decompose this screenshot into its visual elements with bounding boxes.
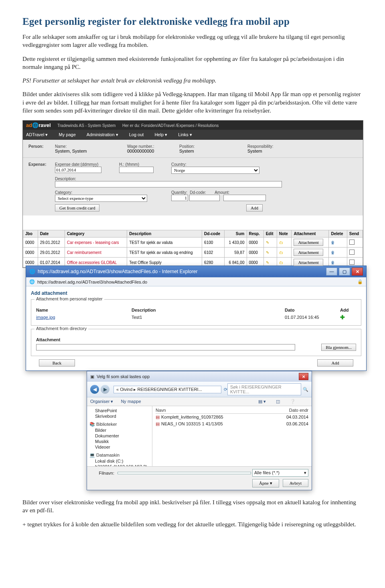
- sidebar-item[interactable]: b319015 (\\192.168.107.2) (H:): [89, 464, 150, 466]
- sidebar-category[interactable]: 📚 Biblioteker: [89, 421, 150, 427]
- nav-admin[interactable]: Administration ▾: [87, 132, 118, 137]
- qty-input[interactable]: [171, 195, 188, 201]
- nav-forward-icon[interactable]: ▶: [101, 385, 109, 394]
- attachment-button[interactable]: Attachment: [294, 259, 323, 266]
- name-value: System, System: [55, 149, 87, 153]
- close-button[interactable]: ✕: [352, 268, 363, 276]
- col-name[interactable]: Navn: [156, 408, 289, 413]
- pdf-icon: ▤: [156, 421, 160, 426]
- wage-label: Wage number.:: [127, 144, 154, 149]
- brand-logo: ad🌐ravel: [26, 122, 51, 128]
- nav-mypage[interactable]: My page: [59, 132, 76, 137]
- newfolder-button[interactable]: Ny mappe: [121, 399, 141, 404]
- pencil-icon[interactable]: ✎: [266, 250, 269, 255]
- pencil-icon[interactable]: ✎: [266, 260, 269, 265]
- desc-input[interactable]: [55, 181, 282, 187]
- filetype-select[interactable]: Alle files (*.*) ▾: [252, 469, 308, 477]
- plus-icon[interactable]: ✚: [340, 314, 345, 320]
- cat-link[interactable]: Car reimbursement: [65, 248, 127, 258]
- fp-sidebar: SharePoint Skrivebord 📚 Biblioteker Bild…: [87, 406, 152, 466]
- trash-icon[interactable]: 🗑: [331, 260, 335, 265]
- attachment-button[interactable]: Attachment: [294, 239, 323, 246]
- amount-input[interactable]: [223, 195, 266, 201]
- sidebar-item[interactable]: Lokal disk (C:): [89, 458, 150, 464]
- refresh-icon[interactable]: ⟳: [224, 387, 227, 392]
- pencil-icon[interactable]: ✎: [266, 240, 269, 245]
- file-row[interactable]: ▤NEAS_I ON 103315 1 41/13/05 03.06.2014: [156, 421, 308, 427]
- maximize-button[interactable]: ▢: [339, 268, 350, 276]
- minimize-button[interactable]: —: [326, 268, 337, 276]
- category-select[interactable]: Select expence-type: [55, 195, 147, 202]
- attachment-button[interactable]: Attachment: [294, 249, 323, 256]
- th-dato: Dato: [283, 307, 338, 313]
- sidebar-category[interactable]: 💻 Datamaskin: [89, 452, 150, 458]
- sidebar-item[interactable]: Bilder: [89, 427, 150, 433]
- paragraph-ps: PS! Forutsetter at selskapet har avtalt …: [22, 77, 363, 85]
- th-sum: Sum: [225, 230, 247, 238]
- cancel-button[interactable]: Avbryt: [283, 479, 308, 487]
- filepath-input[interactable]: [36, 344, 295, 350]
- search-icon[interactable]: 🔍: [303, 387, 308, 392]
- note-icon[interactable]: 🗀: [279, 250, 283, 255]
- window-title: https://adtravel.adg.no/ADTravel3/showAt…: [38, 269, 197, 274]
- file-picker: ▣ Velg fil som skal lastes opp ✕ ◀ ▶ « O…: [87, 371, 312, 490]
- back-button[interactable]: Back: [39, 359, 75, 366]
- view-icon[interactable]: ▤ ▾: [258, 399, 266, 404]
- ddcode-input[interactable]: [189, 195, 220, 201]
- help-icon[interactable]: ❔: [290, 399, 296, 404]
- trash-icon[interactable]: 🗑: [331, 240, 335, 245]
- fp-close-button[interactable]: ✕: [299, 373, 308, 380]
- col-date[interactable]: Dato endr: [289, 408, 308, 413]
- th-ddcode: Dd-code: [202, 230, 225, 238]
- th-description: Description: [127, 230, 202, 238]
- sidebar-item[interactable]: Dokumenter: [89, 433, 150, 439]
- paragraph-4: Bildet under aktiviseres slik som tidlig…: [22, 90, 363, 115]
- send-checkbox[interactable]: [349, 250, 355, 255]
- sidebar-item[interactable]: Skrivebord: [89, 413, 150, 419]
- organize-menu[interactable]: Organiser ▾: [90, 399, 113, 404]
- expense-label: Expense:: [28, 162, 46, 167]
- preview-icon[interactable]: ◫: [276, 399, 280, 404]
- breadcrumb: Her er du: Forsiden/ADTravel /Expenses /…: [122, 123, 219, 128]
- open-button[interactable]: Åpne ▾: [252, 479, 279, 487]
- note-icon[interactable]: 🗀: [279, 240, 283, 245]
- addressbar[interactable]: https://adtravel.adg.no/ADTravel3/showAt…: [37, 280, 147, 284]
- trash-icon[interactable]: 🗑: [331, 250, 335, 255]
- nav-back-icon[interactable]: ◀: [90, 385, 99, 394]
- sidebar-item[interactable]: Musikk: [89, 439, 150, 444]
- breadcrumb[interactable]: « Oivind ▸ REISEREGNINGER KVITTERI...: [113, 386, 221, 393]
- adtravel-app: ad🌐ravel Tradewinds AS - System System H…: [22, 120, 363, 268]
- getcredit-button[interactable]: Get from credit card: [55, 204, 99, 211]
- page-title: Eget personlig register for elektroniske…: [22, 16, 363, 27]
- ddcode-label: Dd-code:: [190, 190, 206, 195]
- cat-link[interactable]: Car expenses - leaseing cars: [65, 238, 127, 248]
- file-row[interactable]: ▤Komplett_kvittering_910972865 04.03.201…: [156, 414, 308, 421]
- sidebar-item[interactable]: SharePoint: [89, 408, 150, 413]
- expdate-input[interactable]: [55, 167, 101, 173]
- send-checkbox[interactable]: [349, 260, 355, 265]
- h-input[interactable]: [119, 167, 154, 173]
- nav-help[interactable]: Help ▾: [154, 132, 167, 137]
- add-expense-button[interactable]: Add: [246, 204, 263, 211]
- search-input[interactable]: Søk i REISEREGNINGER KVITTE...: [227, 383, 301, 395]
- th-attachment: Attachment: [292, 230, 329, 238]
- nav-adtravel[interactable]: ADTravel ▾: [26, 132, 48, 137]
- file-desc: Test1: [130, 313, 283, 321]
- sidebar-item[interactable]: Videoer: [89, 444, 150, 450]
- send-checkbox[interactable]: [349, 240, 355, 245]
- filename-input[interactable]: [118, 472, 251, 474]
- amount-label: Amount:: [215, 190, 229, 195]
- paragraph-5: Bilder over viser elektroniske vedlegg f…: [22, 498, 363, 515]
- fp-icon: ▣: [90, 374, 94, 379]
- lock-icon: 🔒: [357, 279, 363, 284]
- ie-favicon-icon: 🌐: [29, 269, 35, 274]
- add-button[interactable]: Add: [317, 359, 353, 366]
- th-jbo: Jbo: [23, 230, 38, 238]
- nav-links[interactable]: Links ▾: [178, 132, 192, 137]
- country-select[interactable]: Norge: [171, 167, 259, 174]
- file-link[interactable]: image.jpg: [34, 313, 130, 321]
- browse-button[interactable]: Bla gjennom...: [321, 344, 356, 351]
- note-icon[interactable]: 🗀: [279, 260, 283, 265]
- qty-label: Quantity:: [171, 190, 187, 195]
- nav-logout[interactable]: Log out: [129, 132, 144, 137]
